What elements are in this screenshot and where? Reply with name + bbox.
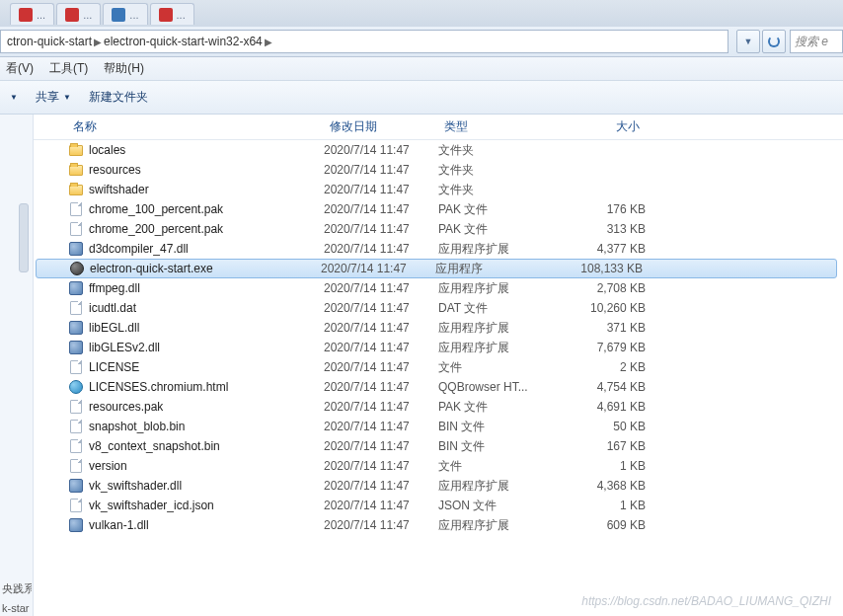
file-row[interactable]: resources2020/7/14 11:47文件夹 — [34, 160, 843, 180]
dropdown-button[interactable]: ▼ — [736, 30, 760, 53]
file-date: 2020/7/14 11:47 — [324, 183, 438, 196]
new-folder-button[interactable]: 新建文件夹 — [89, 89, 148, 106]
file-row[interactable]: ffmpeg.dll2020/7/14 11:47应用程序扩展2,708 KB — [34, 278, 843, 298]
share-button[interactable]: 共享 ▼ — [36, 89, 71, 106]
chevron-right-icon: ▶ — [265, 37, 272, 47]
browser-tab[interactable]: ... — [150, 3, 194, 25]
file-type: PAK 文件 — [438, 221, 557, 238]
breadcrumb-segment[interactable]: electron-quick-start-win32-x64 — [104, 35, 263, 48]
address-bar: ctron-quick-start ▶ electron-quick-start… — [0, 26, 843, 57]
file-row[interactable]: resources.pak2020/7/14 11:47PAK 文件4,691 … — [34, 397, 843, 417]
file-row[interactable]: vulkan-1.dll2020/7/14 11:47应用程序扩展609 KB — [34, 515, 843, 535]
folder-icon — [67, 162, 85, 178]
column-name[interactable]: 名称 — [67, 118, 324, 135]
menu-tools[interactable]: 工具(T) — [49, 60, 88, 77]
file-name: v8_context_snapshot.bin — [89, 439, 324, 453]
file-row[interactable]: v8_context_snapshot.bin2020/7/14 11:47BI… — [34, 436, 843, 456]
tab-favicon — [112, 8, 125, 22]
file-type: PAK 文件 — [438, 399, 557, 416]
file-icon — [67, 458, 85, 474]
nav-pane[interactable]: 央践系 k-star — [0, 115, 34, 616]
search-input[interactable]: 搜索 e — [790, 30, 843, 53]
breadcrumb[interactable]: ctron-quick-start ▶ electron-quick-start… — [0, 30, 728, 53]
exe-icon — [68, 261, 86, 276]
file-size: 609 KB — [557, 518, 646, 532]
file-date: 2020/7/14 11:47 — [324, 281, 438, 295]
file-row[interactable]: snapshot_blob.bin2020/7/14 11:47BIN 文件50… — [34, 417, 843, 436]
chevron-right-icon: ▶ — [94, 37, 102, 47]
file-row[interactable]: libEGL.dll2020/7/14 11:47应用程序扩展371 KB — [34, 318, 843, 338]
file-date: 2020/7/14 11:47 — [324, 499, 438, 512]
file-row[interactable]: vk_swiftshader_icd.json2020/7/14 11:47JS… — [34, 496, 843, 515]
dll-icon — [67, 340, 85, 355]
column-type[interactable]: 类型 — [438, 118, 557, 135]
file-row[interactable]: LICENSE2020/7/14 11:47文件2 KB — [34, 357, 843, 377]
file-name: libEGL.dll — [89, 321, 324, 335]
tab-label: ... — [37, 9, 45, 21]
file-row[interactable]: vk_swiftshader.dll2020/7/14 11:47应用程序扩展4… — [34, 476, 843, 496]
breadcrumb-segment[interactable]: ctron-quick-start — [7, 35, 92, 48]
file-type: 文件 — [438, 359, 557, 376]
file-icon — [67, 201, 85, 217]
file-size: 108,133 KB — [554, 262, 643, 275]
refresh-button[interactable] — [762, 30, 786, 53]
dll-icon — [67, 320, 85, 336]
file-icon — [67, 300, 85, 316]
file-size: 4,691 KB — [557, 400, 646, 414]
toolbar: ▼ 共享 ▼ 新建文件夹 — [0, 81, 843, 115]
file-row[interactable]: swiftshader2020/7/14 11:47文件夹 — [34, 180, 843, 199]
file-type: QQBrowser HT... — [438, 380, 557, 394]
file-row[interactable]: LICENSES.chromium.html2020/7/14 11:47QQB… — [34, 377, 843, 397]
dll-icon — [67, 517, 85, 533]
column-date[interactable]: 修改日期 — [324, 118, 438, 135]
file-list[interactable]: locales2020/7/14 11:47文件夹resources2020/7… — [34, 140, 843, 616]
share-label: 共享 — [36, 89, 59, 106]
file-date: 2020/7/14 11:47 — [321, 262, 435, 275]
nav-tree-fragment: 央践系 k-star — [0, 574, 34, 616]
file-type: PAK 文件 — [438, 201, 557, 218]
browser-tab[interactable]: ... — [56, 3, 101, 25]
column-size[interactable]: 大小 — [557, 118, 646, 135]
file-date: 2020/7/14 11:47 — [324, 163, 438, 177]
file-size: 1 KB — [557, 459, 646, 473]
file-name: resources.pak — [89, 400, 324, 414]
file-type: 应用程序扩展 — [438, 340, 557, 356]
file-name: vk_swiftshader_icd.json — [89, 499, 324, 512]
file-size: 10,260 KB — [557, 301, 646, 315]
file-name: swiftshader — [89, 183, 324, 196]
file-type: 文件夹 — [438, 182, 557, 198]
file-type: 应用程序扩展 — [438, 280, 557, 297]
file-row[interactable]: d3dcompiler_47.dll2020/7/14 11:47应用程序扩展4… — [34, 239, 843, 259]
file-row[interactable]: version2020/7/14 11:47文件1 KB — [34, 456, 843, 476]
tab-label: ... — [83, 9, 92, 21]
file-name: snapshot_blob.bin — [89, 420, 324, 433]
file-size: 167 KB — [557, 439, 646, 453]
file-size: 4,754 KB — [557, 380, 646, 394]
file-icon — [67, 498, 85, 513]
file-type: JSON 文件 — [438, 498, 557, 514]
scrollbar-thumb[interactable] — [19, 203, 29, 272]
file-row[interactable]: chrome_100_percent.pak2020/7/14 11:47PAK… — [34, 199, 843, 219]
menu-bar: 看(V) 工具(T) 帮助(H) — [0, 57, 843, 81]
file-size: 4,368 KB — [557, 479, 646, 493]
menu-help[interactable]: 帮助(H) — [104, 60, 144, 77]
file-type: 应用程序扩展 — [438, 241, 557, 258]
file-row[interactable]: electron-quick-start.exe2020/7/14 11:47应… — [36, 259, 837, 278]
organize-dropdown[interactable]: ▼ — [10, 93, 18, 102]
file-row[interactable]: icudtl.dat2020/7/14 11:47DAT 文件10,260 KB — [34, 298, 843, 318]
file-type: BIN 文件 — [438, 438, 557, 455]
file-icon — [67, 399, 85, 415]
tab-label: ... — [129, 9, 138, 21]
file-date: 2020/7/14 11:47 — [324, 242, 438, 256]
browser-tab[interactable]: ... — [103, 3, 147, 25]
file-size: 2 KB — [557, 360, 646, 374]
file-row[interactable]: chrome_200_percent.pak2020/7/14 11:47PAK… — [34, 219, 843, 239]
file-date: 2020/7/14 11:47 — [324, 439, 438, 453]
browser-tab[interactable]: ... — [10, 3, 54, 25]
file-row[interactable]: locales2020/7/14 11:47文件夹 — [34, 140, 843, 160]
chevron-down-icon: ▼ — [63, 93, 71, 102]
html-icon — [67, 379, 85, 395]
file-row[interactable]: libGLESv2.dll2020/7/14 11:47应用程序扩展7,679 … — [34, 338, 843, 357]
column-headers: 名称 修改日期 类型 大小 — [34, 115, 843, 140]
menu-view[interactable]: 看(V) — [6, 60, 34, 77]
